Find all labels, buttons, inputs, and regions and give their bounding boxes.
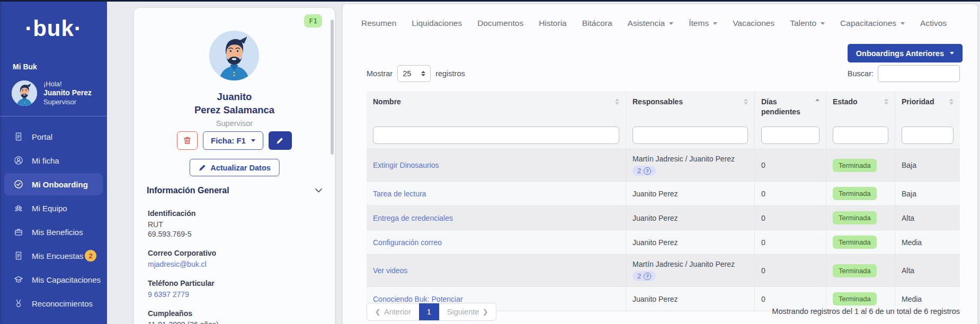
chevron-right-icon: ❯ xyxy=(483,308,488,316)
graduation-cap-icon xyxy=(14,275,23,284)
chevron-down-icon xyxy=(950,52,954,55)
table-filter-row xyxy=(367,123,960,149)
filter-prioridad-input[interactable] xyxy=(902,127,954,144)
encuestas-count-badge: 2 xyxy=(85,250,96,262)
sidebar-item-portal[interactable]: Portal xyxy=(4,125,103,148)
user-avatar xyxy=(12,80,37,106)
updown-stepper-icon xyxy=(421,71,425,76)
sidebar-item-mis-beneficios[interactable]: Mis Beneficios xyxy=(4,221,103,243)
sidebar-item-mi-equipo[interactable]: Mi Equipo xyxy=(4,197,103,219)
person-icon xyxy=(14,156,23,165)
chevron-down-icon xyxy=(713,22,717,25)
responsables-count-badge[interactable]: 2 ? xyxy=(632,271,656,281)
profile-name: Juanito Perez Salamanca xyxy=(134,90,335,116)
table-header-row: Nombre Responsables Días pendientes Esta… xyxy=(367,91,960,123)
filter-responsables-input[interactable] xyxy=(632,127,748,144)
table-row: Configuración correo Juanito Perez 0 Ter… xyxy=(367,230,960,254)
field-telefono-particular: Teléfono Particular 9 6397 2779 xyxy=(148,279,324,299)
task-link[interactable]: Entrega de credenciales xyxy=(373,214,453,222)
responsables-count-badge[interactable]: 2 ? xyxy=(632,166,656,176)
tab-resumen[interactable]: Resumen xyxy=(361,19,396,28)
tab-talento[interactable]: Talento xyxy=(790,19,825,28)
column-header-responsables[interactable]: Responsables xyxy=(626,91,755,123)
email-link[interactable]: mjadresic@buk.cl xyxy=(148,259,324,269)
search-input[interactable] xyxy=(878,65,960,82)
info-fields: Identificación RUT 69.593.769-5 Correo C… xyxy=(148,209,324,324)
filter-nombre-input[interactable] xyxy=(373,127,619,144)
task-link[interactable]: Tarea de lectura xyxy=(373,190,426,198)
sidebar-divider xyxy=(0,116,107,116)
edit-button[interactable] xyxy=(269,131,292,150)
chevron-left-icon: ❮ xyxy=(375,308,380,316)
delete-button[interactable] xyxy=(177,131,198,150)
records-summary: Mostrando registros del 1 al 6 de un tot… xyxy=(772,307,960,316)
onboarding-panel: Resumen Liquidaciones Documentos Histori… xyxy=(343,4,977,324)
tab-historia[interactable]: Historia xyxy=(539,19,567,28)
search-label: Buscar: xyxy=(848,69,874,78)
info-general-section-header[interactable]: Información General xyxy=(147,186,322,195)
tab-asistencia[interactable]: Asistencia xyxy=(628,19,674,28)
sidebar-item-mis-encuestas[interactable]: Mis Encuestas 2 xyxy=(4,245,103,267)
tab-capacitaciones[interactable]: Capacitaciones xyxy=(840,19,905,28)
column-header-nombre[interactable]: Nombre xyxy=(367,91,626,123)
page-size-select[interactable]: 25 xyxy=(397,65,431,82)
task-link[interactable]: Extingir Dinosaurios xyxy=(373,161,439,169)
show-label: Mostrar xyxy=(367,69,393,78)
trash-icon xyxy=(183,136,192,145)
sidebar-item-mi-ficha[interactable]: Mi ficha xyxy=(4,149,103,172)
buk-logo: ·buk· xyxy=(0,16,107,41)
previous-page-button[interactable]: ❮ Anterior xyxy=(367,303,419,320)
filter-dias-input[interactable] xyxy=(761,127,819,144)
sort-icon xyxy=(744,98,748,105)
column-header-prioridad[interactable]: Prioridad xyxy=(895,91,960,123)
column-header-estado[interactable]: Estado xyxy=(826,91,895,123)
column-header-dias-pendientes[interactable]: Días pendientes xyxy=(755,91,826,123)
pagination: ❮ Anterior 1 Siguiente ❯ xyxy=(367,303,496,321)
tab-items[interactable]: Ítems xyxy=(689,19,717,28)
status-badge: Terminada xyxy=(833,187,877,200)
chevron-down-icon xyxy=(821,22,825,25)
window-top-edge xyxy=(0,0,980,2)
sidebar-item-mis-capacitaciones[interactable]: Mis Capacitaciones xyxy=(4,268,103,291)
tab-activos[interactable]: Activos xyxy=(920,19,947,28)
next-page-button[interactable]: Siguiente ❯ xyxy=(439,303,496,320)
survey-icon xyxy=(14,251,23,260)
question-circle-icon: ? xyxy=(644,167,651,175)
briefcase-icon xyxy=(14,227,23,237)
filter-estado-input[interactable] xyxy=(833,127,888,144)
tab-documentos[interactable]: Documentos xyxy=(477,19,523,28)
ficha-dropdown-button[interactable]: Ficha: F1 xyxy=(203,131,263,150)
sidebar-user[interactable]: ¡Hola! Juanito Perez Supervisor xyxy=(12,79,107,106)
profile-avatar xyxy=(209,31,259,80)
status-badge: Terminada xyxy=(833,264,877,277)
tab-bitacora[interactable]: Bitácora xyxy=(582,19,612,28)
sidebar-user-name: Juanito Perez xyxy=(43,88,92,97)
tab-bar: Resumen Liquidaciones Documentos Histori… xyxy=(361,19,947,28)
onboardings-anteriores-button[interactable]: Onboardings Anteriores xyxy=(848,44,963,62)
document-icon xyxy=(14,132,23,141)
field-cumpleanos: Cumpleaños 11-01-2000 (26 años) xyxy=(148,309,324,324)
task-link[interactable]: Ver videos xyxy=(373,266,407,275)
sidebar: ·buk· Mi Buk ¡Hola! Juanito Perez Superv… xyxy=(0,0,107,324)
tab-liquidaciones[interactable]: Liquidaciones xyxy=(412,19,462,28)
update-data-button[interactable]: Actualizar Datos xyxy=(189,159,280,176)
tab-vacaciones[interactable]: Vacaciones xyxy=(733,19,774,28)
onboarding-tasks-table: Nombre Responsables Días pendientes Esta… xyxy=(367,91,960,311)
team-icon xyxy=(14,203,23,213)
phone-link[interactable]: 9 6397 2779 xyxy=(148,290,324,299)
field-correo-corporativo: Correo Corporativo mjadresic@buk.cl xyxy=(148,249,324,269)
sidebar-item-reconocimientos[interactable]: Reconocimientos xyxy=(4,292,103,314)
pencil-icon xyxy=(198,164,206,172)
chevron-down-icon xyxy=(315,188,322,193)
profile-card: F1 Juanito Perez Salamanca Supervisor Fi… xyxy=(134,8,335,324)
task-link[interactable]: Configuración correo xyxy=(373,238,442,247)
sidebar-item-mi-onboarding[interactable]: Mi Onboarding xyxy=(4,173,103,195)
status-badge: Terminada xyxy=(833,211,877,224)
chevron-down-icon xyxy=(669,22,673,25)
task-link[interactable]: Conociendo Buk: Potenciar xyxy=(373,295,463,303)
sidebar-user-role: Supervisor xyxy=(43,97,92,106)
records-label: registros xyxy=(435,69,465,78)
page-number-button[interactable]: 1 xyxy=(419,303,439,320)
table-row: Tarea de lectura Juanito Perez 0 Termina… xyxy=(367,181,960,205)
field-identificacion: Identificación RUT 69.593.769-5 xyxy=(148,209,324,239)
